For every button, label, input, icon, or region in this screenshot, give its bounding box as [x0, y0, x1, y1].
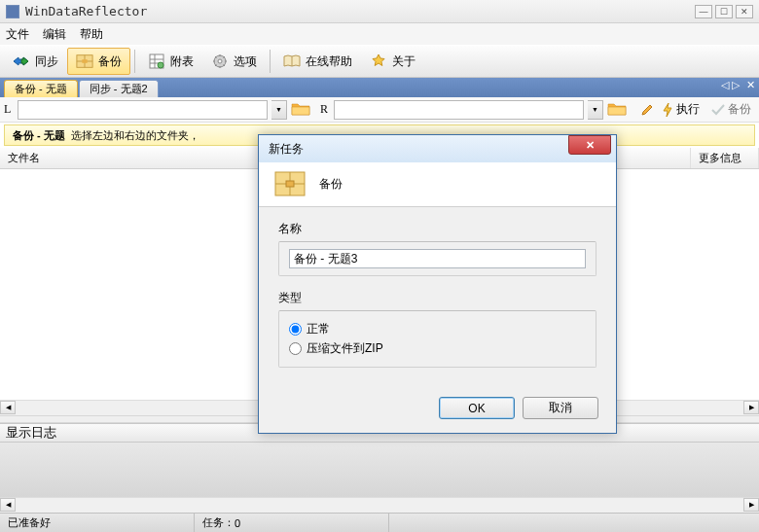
main-toolbar: 同步 备份 附表 选项 在线帮助 关于 [0, 45, 759, 78]
menu-bar: 文件 编辑 帮助 [0, 23, 759, 45]
right-label: R [320, 102, 330, 117]
minimize-button[interactable]: — [695, 5, 712, 18]
radio-zip[interactable]: 压缩文件到ZIP [289, 340, 586, 357]
dialog-close-button[interactable]: ✕ [568, 135, 611, 155]
tab-backup-label: 备份 - 无题 [15, 82, 67, 96]
right-path-input[interactable] [334, 100, 584, 120]
left-path-dropdown[interactable]: ▼ [271, 100, 287, 120]
sync-icon [13, 53, 30, 70]
name-group: 名称 [278, 221, 596, 276]
right-folder-icon[interactable] [607, 101, 627, 119]
backup-action-label: 备份 [728, 101, 751, 118]
status-tasks-value: 0 [235, 517, 240, 529]
attach-button[interactable]: 附表 [139, 48, 202, 75]
tab-sync[interactable]: 同步 - 无题2 [79, 80, 159, 97]
tab-sync-label: 同步 - 无题2 [90, 82, 148, 96]
attach-label: 附表 [170, 53, 194, 70]
title-bar: WinDataReflector — ☐ ✕ [0, 0, 759, 23]
info-message: 选择左边和右边的文件夹， [71, 128, 199, 143]
check-icon [711, 104, 725, 116]
onlinehelp-label: 在线帮助 [306, 53, 352, 70]
name-label: 名称 [278, 221, 596, 237]
path-row: L ▼ R ▼ 执行 备份 [0, 97, 759, 123]
pencil-icon[interactable] [640, 103, 654, 117]
left-folder-icon[interactable] [291, 101, 310, 119]
right-path-dropdown[interactable]: ▼ [588, 100, 603, 120]
window-title: WinDataReflector [25, 4, 692, 18]
dialog-title: 新任务 [269, 141, 568, 158]
tab-nav: ◁ ▷ ✕ [721, 79, 755, 91]
svg-rect-15 [286, 181, 294, 187]
run-button[interactable]: 执行 [658, 99, 704, 121]
dialog-header-label: 备份 [319, 176, 343, 193]
dialog-body: 名称 类型 正常 压缩文件到ZIP [259, 207, 616, 391]
tab-prev-icon[interactable]: ◁ [721, 79, 729, 91]
ok-button[interactable]: OK [439, 397, 515, 419]
attach-icon [148, 53, 165, 70]
radio-normal[interactable]: 正常 [289, 321, 586, 337]
scroll-left-icon[interactable]: ◀ [0, 401, 16, 414]
backup-action-button[interactable]: 备份 [707, 99, 755, 121]
radio-normal-input[interactable] [289, 323, 302, 336]
toolbar-separator [270, 50, 271, 73]
left-label: L [4, 102, 14, 117]
sync-button[interactable]: 同步 [4, 48, 67, 75]
star-icon [370, 53, 387, 70]
tab-backup[interactable]: 备份 - 无题 [4, 80, 78, 97]
about-label: 关于 [392, 53, 416, 70]
options-button[interactable]: 选项 [202, 48, 266, 75]
toolbar-separator [134, 50, 135, 73]
log-area [0, 443, 759, 497]
status-ready: 已准备好 [0, 514, 195, 532]
radio-zip-label: 压缩文件到ZIP [307, 340, 383, 357]
lightning-icon [662, 102, 673, 118]
onlinehelp-button[interactable]: 在线帮助 [274, 48, 361, 75]
options-label: 选项 [234, 53, 257, 70]
menu-file[interactable]: 文件 [6, 26, 29, 43]
backup-label: 备份 [98, 53, 122, 70]
menu-edit[interactable]: 编辑 [43, 26, 66, 43]
status-empty [389, 514, 759, 532]
radio-zip-input[interactable] [289, 342, 302, 355]
book-icon [283, 53, 301, 70]
scroll-left-icon[interactable]: ◀ [0, 498, 16, 512]
scroll-right-icon[interactable]: ▶ [743, 498, 759, 512]
log-scrollbar[interactable]: ◀ ▶ [0, 497, 759, 513]
menu-help[interactable]: 帮助 [80, 26, 103, 43]
svg-point-10 [218, 59, 222, 63]
col-more[interactable]: 更多信息 [691, 148, 759, 168]
tab-next-icon[interactable]: ▷ [732, 79, 740, 91]
tab-close-icon[interactable]: ✕ [746, 79, 755, 91]
run-label: 执行 [676, 101, 700, 118]
close-window-button[interactable]: ✕ [736, 5, 753, 18]
sync-label: 同步 [35, 53, 58, 70]
app-icon [6, 5, 19, 18]
backup-large-icon [274, 171, 306, 198]
svg-rect-3 [82, 59, 87, 63]
svg-point-8 [158, 62, 163, 68]
dialog-title-bar[interactable]: 新任务 ✕ [259, 135, 616, 162]
radio-normal-label: 正常 [307, 321, 330, 337]
cancel-button[interactable]: 取消 [523, 397, 598, 419]
scroll-right-icon[interactable]: ▶ [743, 401, 759, 414]
status-tasks-label: 任务： [202, 515, 235, 530]
backup-button[interactable]: 备份 [67, 48, 130, 75]
status-tasks: 任务： 0 [195, 514, 389, 532]
backup-icon [76, 53, 93, 70]
info-title: 备份 - 无题 [13, 128, 65, 143]
maximize-button[interactable]: ☐ [715, 5, 733, 18]
new-task-dialog: 新任务 ✕ 备份 名称 类型 正常 压缩文件到ZIP [258, 134, 617, 434]
status-bar: 已准备好 任务： 0 [0, 513, 759, 532]
about-button[interactable]: 关于 [361, 48, 424, 75]
gear-icon [211, 53, 229, 70]
type-label: 类型 [278, 290, 596, 306]
dialog-buttons: OK 取消 [259, 391, 616, 433]
task-name-input[interactable] [289, 249, 586, 268]
type-group: 类型 正常 压缩文件到ZIP [278, 290, 596, 368]
left-path-input[interactable] [18, 100, 268, 120]
dialog-header: 备份 [259, 162, 616, 207]
tab-bar: 备份 - 无题 同步 - 无题2 ◁ ▷ ✕ [0, 78, 759, 97]
